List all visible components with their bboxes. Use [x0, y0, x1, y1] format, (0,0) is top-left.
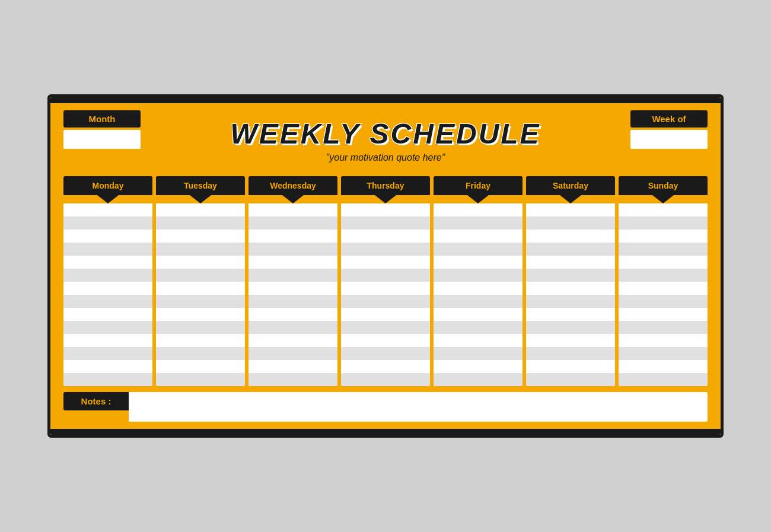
day-row[interactable]	[434, 295, 523, 308]
day-row[interactable]	[248, 203, 337, 216]
day-row[interactable]	[63, 308, 152, 321]
day-row[interactable]	[63, 282, 152, 295]
day-row[interactable]	[619, 347, 708, 360]
day-row[interactable]	[526, 243, 615, 256]
notes-input[interactable]	[129, 392, 708, 422]
day-content-tuesday[interactable]	[156, 203, 245, 386]
day-row[interactable]	[619, 373, 708, 386]
day-row[interactable]	[526, 321, 615, 334]
day-row[interactable]	[248, 282, 337, 295]
day-row[interactable]	[63, 295, 152, 308]
day-row[interactable]	[63, 334, 152, 347]
day-row[interactable]	[341, 230, 430, 243]
day-content-wednesday[interactable]	[248, 203, 337, 386]
day-row[interactable]	[156, 295, 245, 308]
day-row[interactable]	[248, 295, 337, 308]
day-row[interactable]	[156, 243, 245, 256]
day-row[interactable]	[341, 295, 430, 308]
day-row[interactable]	[63, 256, 152, 269]
day-row[interactable]	[619, 269, 708, 282]
day-row[interactable]	[248, 360, 337, 373]
day-row[interactable]	[156, 321, 245, 334]
day-content-friday[interactable]	[434, 203, 523, 386]
day-row[interactable]	[619, 282, 708, 295]
day-row[interactable]	[619, 256, 708, 269]
day-row[interactable]	[248, 243, 337, 256]
day-row[interactable]	[156, 308, 245, 321]
day-row[interactable]	[156, 334, 245, 347]
day-row[interactable]	[63, 230, 152, 243]
day-row[interactable]	[156, 216, 245, 230]
day-row[interactable]	[63, 216, 152, 230]
day-row[interactable]	[526, 295, 615, 308]
day-row[interactable]	[341, 256, 430, 269]
day-row[interactable]	[434, 243, 523, 256]
day-row[interactable]	[434, 203, 523, 216]
day-row[interactable]	[434, 360, 523, 373]
day-row[interactable]	[341, 334, 430, 347]
day-row[interactable]	[619, 230, 708, 243]
day-row[interactable]	[526, 269, 615, 282]
day-row[interactable]	[156, 282, 245, 295]
day-row[interactable]	[434, 216, 523, 230]
day-row[interactable]	[434, 308, 523, 321]
day-row[interactable]	[526, 360, 615, 373]
day-row[interactable]	[248, 256, 337, 269]
month-input[interactable]	[63, 130, 141, 149]
day-row[interactable]	[619, 203, 708, 216]
day-row[interactable]	[248, 334, 337, 347]
day-row[interactable]	[434, 230, 523, 243]
day-row[interactable]	[156, 373, 245, 386]
day-row[interactable]	[619, 295, 708, 308]
day-row[interactable]	[341, 269, 430, 282]
day-row[interactable]	[526, 203, 615, 216]
day-row[interactable]	[248, 347, 337, 360]
day-row[interactable]	[63, 269, 152, 282]
day-content-thursday[interactable]	[341, 203, 430, 386]
day-row[interactable]	[63, 203, 152, 216]
day-row[interactable]	[341, 243, 430, 256]
day-row[interactable]	[526, 334, 615, 347]
day-row[interactable]	[341, 282, 430, 295]
day-row[interactable]	[619, 360, 708, 373]
day-row[interactable]	[341, 373, 430, 386]
day-row[interactable]	[248, 269, 337, 282]
day-row[interactable]	[156, 360, 245, 373]
day-row[interactable]	[341, 308, 430, 321]
day-row[interactable]	[619, 334, 708, 347]
day-row[interactable]	[63, 360, 152, 373]
day-row[interactable]	[156, 256, 245, 269]
day-row[interactable]	[156, 347, 245, 360]
day-row[interactable]	[434, 256, 523, 269]
day-row[interactable]	[341, 347, 430, 360]
day-row[interactable]	[526, 282, 615, 295]
day-row[interactable]	[341, 321, 430, 334]
day-row[interactable]	[341, 216, 430, 230]
day-row[interactable]	[526, 216, 615, 230]
day-row[interactable]	[248, 230, 337, 243]
day-content-monday[interactable]	[63, 203, 152, 386]
day-row[interactable]	[248, 373, 337, 386]
day-row[interactable]	[619, 216, 708, 230]
day-row[interactable]	[341, 203, 430, 216]
day-row[interactable]	[434, 321, 523, 334]
day-row[interactable]	[619, 321, 708, 334]
day-row[interactable]	[341, 360, 430, 373]
day-row[interactable]	[63, 347, 152, 360]
day-row[interactable]	[434, 282, 523, 295]
day-row[interactable]	[526, 308, 615, 321]
day-row[interactable]	[63, 373, 152, 386]
day-row[interactable]	[434, 373, 523, 386]
day-row[interactable]	[619, 308, 708, 321]
day-row[interactable]	[248, 308, 337, 321]
day-row[interactable]	[526, 373, 615, 386]
day-row[interactable]	[156, 203, 245, 216]
day-content-saturday[interactable]	[526, 203, 615, 386]
day-row[interactable]	[434, 347, 523, 360]
day-row[interactable]	[63, 321, 152, 334]
day-row[interactable]	[526, 256, 615, 269]
day-row[interactable]	[434, 269, 523, 282]
weekof-input[interactable]	[630, 130, 708, 149]
day-row[interactable]	[63, 243, 152, 256]
day-row[interactable]	[526, 347, 615, 360]
